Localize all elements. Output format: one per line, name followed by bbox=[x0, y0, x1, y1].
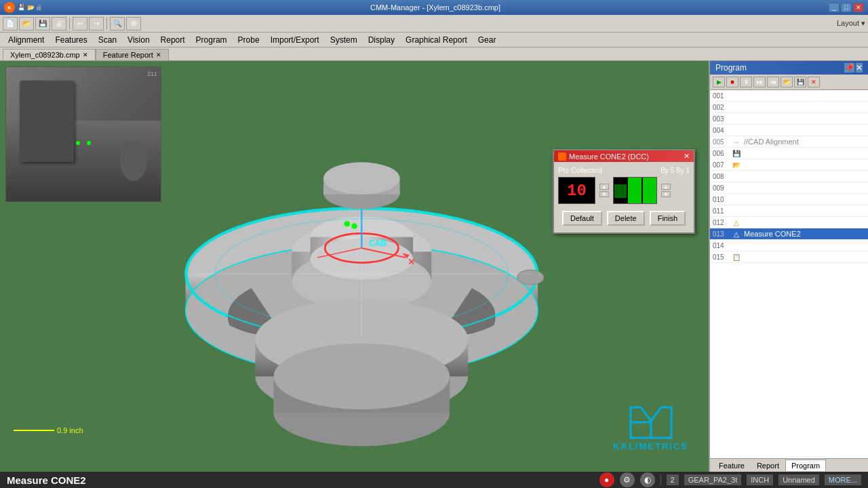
prog-icon-014: ○ bbox=[732, 241, 741, 250]
tab-close-2[interactable]: ✕ bbox=[156, 52, 161, 58]
status-icon-red[interactable]: ● bbox=[599, 472, 614, 487]
menu-bar: Alignment Features Scan Vision Report Pr… bbox=[0, 33, 868, 47]
quick-access: 💾 📂 🖨 bbox=[18, 4, 42, 11]
prog-item-001[interactable]: 001 ⚙ Program Settings bbox=[710, 90, 868, 102]
menu-features[interactable]: Features bbox=[50, 34, 92, 46]
prog-item-002[interactable]: 002 → Get "Tool_2" bbox=[710, 102, 868, 113]
minimize-button[interactable]: _ bbox=[829, 3, 840, 12]
prog-item-003[interactable]: 003 → Sync Part Ref Frame bbox=[710, 113, 868, 125]
save-button[interactable]: 💾 bbox=[35, 17, 50, 30]
prog-icon-015: 📋 bbox=[732, 252, 741, 262]
prog-item-012[interactable]: 012 △ Measure CONE1 bbox=[710, 217, 868, 228]
indicator-spinners[interactable]: ▲ ▼ bbox=[661, 184, 671, 197]
status-icon-half[interactable]: ◐ bbox=[640, 472, 655, 487]
status-bar: Measure CONE2 ● ⚙ ◐ 2 GEAR_PA2_3t INCH U… bbox=[0, 472, 868, 488]
toolbar-separator-2 bbox=[106, 18, 107, 30]
prog-item-005[interactable]: 005 → //CAD Alignment bbox=[710, 136, 868, 148]
program-panel: Program 📌 ✕ ▶ ■ ⏸ ⏭ ⏮ 📂 💾 ✕ 001 ⚙ Progra… bbox=[709, 61, 868, 472]
prog-item-009[interactable]: 009 ⟂ Level to PLANE1 bbox=[710, 182, 868, 194]
pts-decrement[interactable]: ▼ bbox=[599, 191, 609, 197]
svg-text:CAB: CAB bbox=[369, 239, 387, 248]
svg-point-28 bbox=[273, 344, 450, 409]
menu-import-export[interactable]: Import/Export bbox=[265, 34, 325, 46]
delete-prog-button[interactable]: ✕ bbox=[808, 77, 820, 87]
step-button[interactable]: ⏭ bbox=[753, 77, 766, 87]
dialog-body: Pts Collected By 5 By 1 10 ▲ ▼ bbox=[554, 162, 694, 232]
save-prog-button[interactable]: 💾 bbox=[794, 77, 806, 87]
prog-item-014[interactable]: 014 ○ Construct CIRCLE2 bbox=[710, 240, 868, 251]
status-icon-gear[interactable]: ⚙ bbox=[620, 472, 635, 487]
tab-close-1[interactable]: ✕ bbox=[83, 52, 88, 58]
status-tag-gear: GEAR_PA2_3t bbox=[684, 474, 742, 485]
menu-alignment[interactable]: Alignment bbox=[3, 34, 50, 46]
prog-icon-006: 💾 bbox=[732, 148, 741, 158]
open-btn[interactable]: 📂 bbox=[781, 77, 793, 87]
prog-icon-004: → bbox=[732, 125, 741, 135]
zoom-button[interactable]: 🔍 bbox=[110, 17, 125, 30]
logo-graphic bbox=[627, 404, 675, 441]
stop-button[interactable]: ■ bbox=[726, 77, 738, 87]
ind-decrement[interactable]: ▼ bbox=[661, 191, 671, 197]
tab-label-1: Xylem_c08923b.cmp bbox=[10, 51, 80, 59]
redo-button[interactable]: ↪ bbox=[89, 17, 104, 30]
pts-increment[interactable]: ▲ bbox=[599, 184, 609, 190]
undo-button[interactable]: ↩ bbox=[73, 17, 87, 30]
prog-item-006[interactable]: 006 💾 Save Ref Frame c08923b_rf bbox=[710, 148, 868, 159]
tab-feature-report[interactable]: Feature Report ✕ bbox=[96, 49, 169, 60]
print-button[interactable]: 🖨 bbox=[52, 17, 66, 30]
menu-gear[interactable]: Gear bbox=[473, 34, 502, 46]
svg-point-22 bbox=[517, 270, 544, 285]
logo-svg bbox=[627, 404, 675, 441]
dialog-icon bbox=[558, 152, 566, 161]
menu-scan[interactable]: Scan bbox=[93, 34, 122, 46]
bottom-tab-program[interactable]: Program bbox=[785, 460, 826, 471]
menu-graphical-report[interactable]: Graphical Report bbox=[400, 34, 473, 46]
bottom-tab-feature[interactable]: Feature bbox=[713, 460, 751, 472]
menu-probe[interactable]: Probe bbox=[233, 34, 265, 46]
status-tag-more[interactable]: MORE... bbox=[825, 474, 861, 485]
viewport[interactable]: 211 bbox=[0, 61, 709, 472]
ind-increment[interactable]: ▲ bbox=[661, 184, 671, 190]
prog-item-008[interactable]: 008 ◻ Measure PLANE1 bbox=[710, 171, 868, 182]
prog-item-004[interactable]: 004 → Get Tip bbox=[710, 125, 868, 136]
window-controls[interactable]: _ □ ✕ bbox=[829, 3, 864, 12]
prog-item-010[interactable]: 010 ○ Measure CIRCLE1 bbox=[710, 194, 868, 205]
prog-item-013[interactable]: 013 △ Measure CONE2 bbox=[710, 228, 868, 240]
default-button[interactable]: Default bbox=[562, 211, 602, 226]
title-bar: K 💾 📂 🖨 CMM-Manager - [Xylem_c08923b.cmp… bbox=[0, 0, 868, 15]
pause-button[interactable]: ⏸ bbox=[740, 77, 752, 87]
menu-display[interactable]: Display bbox=[363, 34, 400, 46]
spinner-controls[interactable]: ▲ ▼ bbox=[599, 184, 609, 197]
dialog-buttons: Default Delete Finish bbox=[558, 208, 690, 228]
dialog-close-button[interactable]: ✕ bbox=[684, 152, 690, 161]
finish-button[interactable]: Finish bbox=[650, 211, 686, 226]
open-button[interactable]: 📂 bbox=[19, 17, 34, 30]
prog-item-015[interactable]: 015 📋 Report CIRCLE2 bbox=[710, 251, 868, 263]
maximize-button[interactable]: □ bbox=[841, 3, 852, 12]
tab-label-2: Feature Report bbox=[103, 51, 153, 59]
panel-close-button[interactable]: ✕ bbox=[856, 63, 863, 73]
menu-report[interactable]: Report bbox=[155, 34, 191, 46]
prog-icon-013: △ bbox=[732, 229, 741, 239]
delete-button[interactable]: Delete bbox=[607, 211, 645, 226]
close-button[interactable]: ✕ bbox=[853, 3, 864, 12]
menu-vision[interactable]: Vision bbox=[122, 34, 155, 46]
new-button[interactable]: 📄 bbox=[3, 17, 18, 30]
menu-program[interactable]: Program bbox=[191, 34, 233, 46]
svg-text:✕: ✕ bbox=[408, 257, 415, 267]
layout-button[interactable]: ⊞ bbox=[126, 17, 141, 30]
toolbar: 📄 📂 💾 🖨 ↩ ↪ 🔍 ⊞ Layout ▾ bbox=[0, 15, 868, 33]
tab-file-1[interactable]: Xylem_c08923b.cmp ✕ bbox=[3, 49, 96, 60]
status-tag-unit: INCH bbox=[747, 474, 773, 485]
toolbar-separator bbox=[69, 18, 70, 30]
play-button[interactable]: ▶ bbox=[713, 77, 725, 87]
bottom-tab-report[interactable]: Report bbox=[751, 460, 785, 472]
rewind-button[interactable]: ⏮ bbox=[767, 77, 779, 87]
dialog-title-bar: Measure CONE2 (DCC) ✕ bbox=[554, 150, 694, 162]
prog-item-011[interactable]: 011 ⊕ Set Origin to CIRCLE1 bbox=[710, 205, 868, 217]
pts-collected-label: Pts Collected bbox=[558, 166, 602, 174]
prog-icon-008: ◻ bbox=[732, 171, 741, 181]
prog-item-007[interactable]: 007 📂 Recall Ref Frame c08923b_rf bbox=[710, 159, 868, 171]
panel-pin-button[interactable]: 📌 bbox=[844, 63, 854, 73]
menu-system[interactable]: System bbox=[325, 34, 363, 46]
